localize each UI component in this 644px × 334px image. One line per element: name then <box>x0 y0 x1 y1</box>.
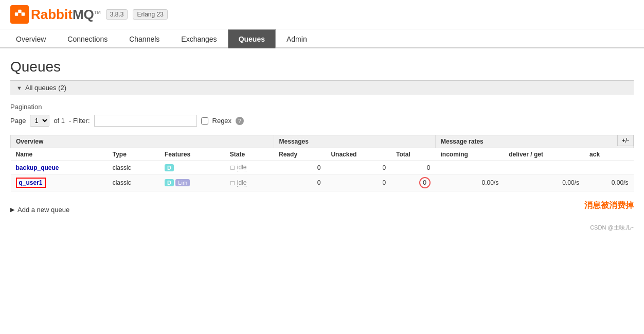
queue-features-cell: D <box>159 161 225 174</box>
add-queue-label: Add a new queue <box>17 206 69 214</box>
queue-highlighted-box: q_user1 <box>16 178 46 188</box>
nav-connections[interactable]: Connections <box>57 29 118 48</box>
col-ready: Ready <box>274 148 326 161</box>
queue-state-cell: ◻idle <box>225 174 274 191</box>
col-state: State <box>225 148 274 161</box>
col-features: Features <box>159 148 225 161</box>
erlang-badge: Erlang 23 <box>133 9 167 20</box>
state-idle: idle <box>237 179 247 187</box>
filter-input[interactable] <box>94 115 197 127</box>
pagination-section: Pagination Page 1 of 1 - Filter: Regex ? <box>10 103 634 127</box>
queue-name-cell[interactable]: q_user1 <box>11 174 108 191</box>
page-select[interactable]: 1 <box>30 115 49 127</box>
header: RabbitMQTM 3.8.3 Erlang 23 <box>0 0 644 29</box>
nav-exchanges[interactable]: Exchanges <box>170 29 227 48</box>
version-badge: 3.8.3 <box>106 9 128 20</box>
overview-group-header: Overview <box>11 135 274 148</box>
logo-icon <box>10 5 29 24</box>
queue-ready-cell: 0 <box>274 174 326 191</box>
queue-name-cell[interactable]: backup_queue <box>11 161 108 174</box>
queue-features-cell: D Lim <box>159 174 225 191</box>
queue-incoming-cell: 0.00/s <box>436 174 504 191</box>
pagination-label: Pagination <box>10 103 634 111</box>
col-deliver-get: deliver / get <box>504 148 584 161</box>
queue-unacked-cell: 0 <box>326 174 391 191</box>
queue-link[interactable]: q_user1 <box>19 179 43 186</box>
queue-deliver-cell <box>504 161 584 174</box>
col-total: Total <box>391 148 435 161</box>
feature-badge-d: D <box>165 179 174 186</box>
annotation-text: 消息被消费掉 <box>584 200 634 211</box>
regex-label: Regex <box>212 117 232 125</box>
queue-link[interactable]: backup_queue <box>16 164 59 171</box>
page-content: Queues ▼ All queues (2) Pagination Page … <box>0 48 644 242</box>
col-name: Name <box>11 148 108 161</box>
nav-channels[interactable]: Channels <box>118 29 170 48</box>
logo-text: RabbitMQTM <box>31 7 101 23</box>
queues-table: Overview Messages Message rates Name Typ… <box>10 135 634 191</box>
feature-badge-d: D <box>165 164 174 171</box>
queue-deliver-cell: 0.00/s <box>504 174 584 191</box>
col-type: Type <box>108 148 159 161</box>
footer-note: CSDN @土味儿~ <box>10 224 634 232</box>
pagination-controls: Page 1 of 1 - Filter: Regex ? <box>10 115 634 127</box>
queue-ready-cell: 0 <box>274 161 326 174</box>
page-label: Page <box>10 117 26 125</box>
col-unacked: Unacked <box>326 148 391 161</box>
table-row: backup_queue classic D ◻idle 0 0 0 <box>11 161 634 174</box>
state-idle: idle <box>237 164 247 171</box>
col-incoming: incoming <box>436 148 504 161</box>
main-nav: Overview Connections Channels Exchanges … <box>0 29 644 48</box>
queue-ack-cell <box>584 161 633 174</box>
queue-unacked-cell: 0 <box>326 161 391 174</box>
queues-table-wrapper: +/- Overview Messages Message rates Name… <box>10 135 634 191</box>
feature-badge-lim: Lim <box>175 179 190 186</box>
message-rates-group-header: Message rates <box>436 135 634 148</box>
svg-rect-2 <box>22 12 25 15</box>
plus-minus-button[interactable]: +/- <box>617 135 634 146</box>
section-label: All queues (2) <box>25 84 66 92</box>
table-row: q_user1 classic D Lim ◻idle 0 0 0 <box>11 174 634 191</box>
nav-overview[interactable]: Overview <box>5 29 57 48</box>
queue-ack-cell: 0.00/s <box>584 174 633 191</box>
svg-rect-1 <box>18 10 21 13</box>
nav-queues[interactable]: Queues <box>228 29 276 48</box>
help-icon[interactable]: ? <box>236 117 244 125</box>
nav-admin[interactable]: Admin <box>276 29 318 48</box>
queue-state-cell: ◻idle <box>225 161 274 174</box>
add-queue-section[interactable]: ▶ Add a new queue <box>10 206 69 214</box>
page-title: Queues <box>10 59 634 75</box>
of-label: of 1 <box>53 117 65 125</box>
queue-incoming-cell <box>436 161 504 174</box>
messages-group-header: Messages <box>274 135 435 148</box>
add-queue-arrow-icon: ▶ <box>10 206 14 213</box>
collapse-arrow-icon: ▼ <box>16 85 22 91</box>
col-ack: ack <box>584 148 633 161</box>
all-queues-section[interactable]: ▼ All queues (2) <box>10 80 634 95</box>
logo: RabbitMQTM <box>10 5 101 24</box>
queue-type-cell: classic <box>108 174 159 191</box>
queue-total-cell: 0 <box>391 161 435 174</box>
queue-type-cell: classic <box>108 161 159 174</box>
queue-total-cell: 0 <box>391 174 435 191</box>
svg-rect-0 <box>15 12 18 15</box>
filter-label: - Filter: <box>69 117 90 125</box>
regex-checkbox[interactable] <box>201 117 208 125</box>
total-circle: 0 <box>419 177 431 188</box>
